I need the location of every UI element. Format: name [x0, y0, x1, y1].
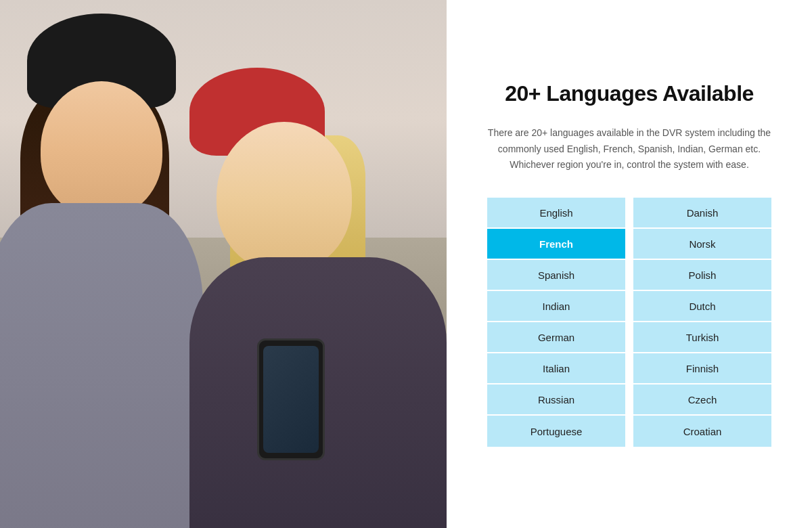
page-container: 20+ Languages Available There are 20+ la… — [0, 0, 812, 528]
phone-shape — [257, 338, 325, 460]
lang-czech: Czech — [633, 384, 771, 416]
lang-portuguese: Portuguese — [487, 416, 625, 447]
face-right — [217, 122, 352, 271]
lang-dutch: Dutch — [633, 291, 771, 322]
body-left — [0, 203, 203, 528]
lang-finnish: Finnish — [633, 353, 771, 384]
lang-indian: Indian — [487, 291, 625, 322]
page-description: There are 20+ languages available in the… — [480, 125, 778, 173]
lang-german: German — [487, 322, 625, 353]
phone-screen — [263, 346, 319, 453]
lang-russian: Russian — [487, 384, 625, 416]
page-title: 20+ Languages Available — [505, 81, 754, 106]
face-left — [41, 81, 162, 217]
photo-background — [0, 0, 447, 528]
language-column-right: Danish Norsk Polish Dutch Turkish Finnis… — [633, 198, 771, 447]
lang-danish: Danish — [633, 198, 771, 229]
lang-croatian: Croatian — [633, 416, 771, 447]
lang-italian: Italian — [487, 353, 625, 384]
photo-side — [0, 0, 447, 528]
lang-polish: Polish — [633, 260, 771, 291]
lang-spanish: Spanish — [487, 260, 625, 291]
languages-grid: English French Spanish Indian German Ita… — [487, 198, 771, 447]
lang-french: French — [487, 229, 625, 260]
content-side: 20+ Languages Available There are 20+ la… — [447, 0, 812, 528]
column-divider — [625, 198, 633, 447]
language-column-left: English French Spanish Indian German Ita… — [487, 198, 625, 447]
lang-english: English — [487, 198, 625, 229]
lang-norsk: Norsk — [633, 229, 771, 260]
lang-turkish: Turkish — [633, 322, 771, 353]
